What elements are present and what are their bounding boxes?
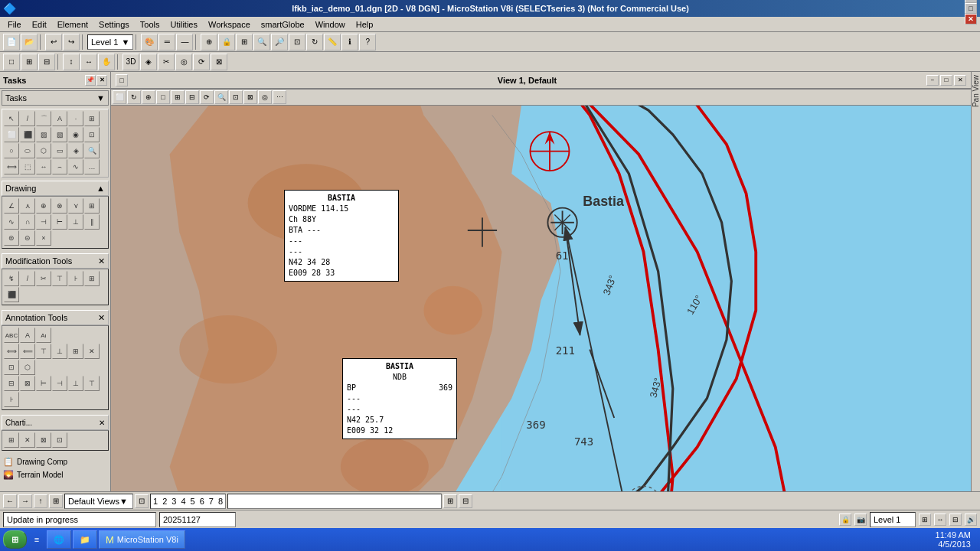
a-btn-1[interactable]: ABC	[4, 328, 19, 343]
menu-item-utilities[interactable]: Utilities	[166, 19, 202, 30]
page-6[interactable]: 6	[198, 497, 207, 506]
vt-btn-5[interactable]: ⊞	[171, 90, 185, 104]
cmd-btn-1[interactable]: ⊞	[443, 494, 457, 508]
redo-button[interactable]: ↪	[63, 34, 80, 51]
a-btn-11[interactable]: ⬡	[20, 360, 35, 375]
a-btn-18[interactable]: ⊦	[4, 392, 19, 407]
d-btn-10[interactable]: ⊢	[52, 214, 67, 230]
nav-btn-4[interactable]: ⊞	[49, 494, 63, 508]
dimension-tool[interactable]: ⟺	[4, 159, 19, 174]
new-button[interactable]: 📄	[3, 34, 20, 51]
taskbar-explorer[interactable]: 📁	[73, 530, 97, 549]
detail-tool[interactable]: 🔍	[84, 143, 100, 158]
m-btn-1[interactable]: ↯	[4, 271, 19, 286]
a-btn-5[interactable]: ⟸	[20, 344, 35, 359]
vt-btn-12[interactable]: ⋯	[273, 90, 286, 104]
nav-btn-3[interactable]: ↑	[34, 494, 47, 508]
status-btn-3[interactable]: ⊞	[919, 514, 931, 526]
command-input[interactable]	[227, 494, 442, 509]
info-button[interactable]: ℹ	[341, 34, 358, 51]
place-line[interactable]: /	[20, 111, 35, 126]
page-3[interactable]: 3	[169, 497, 178, 506]
a-btn-14[interactable]: ⊢	[36, 376, 51, 391]
place-arc[interactable]: ⌒	[36, 111, 51, 126]
view-btn-5[interactable]: ↔	[80, 54, 97, 70]
d-btn-15[interactable]: ×	[36, 230, 51, 246]
tasks-close[interactable]: ✕	[96, 75, 107, 86]
snap-button[interactable]: ⊕	[201, 34, 217, 51]
maximize-button[interactable]: □	[965, 3, 977, 14]
d-btn-2[interactable]: ⋏	[20, 198, 35, 214]
place-curve[interactable]: ⌢	[52, 159, 67, 174]
d-btn-3[interactable]: ⊕	[36, 198, 51, 214]
a-btn-9[interactable]: ✕	[84, 344, 100, 359]
drawing-section-header[interactable]: Drawing ▲	[2, 181, 109, 196]
place-poly[interactable]: ⬡	[36, 143, 51, 158]
vt-btn-4[interactable]: □	[156, 90, 170, 104]
fence-tool[interactable]: ⬜	[4, 127, 19, 142]
level-dropdown[interactable]: Level 1 ▼	[87, 34, 133, 50]
zoom-in[interactable]: 🔍	[253, 34, 270, 51]
place-rect[interactable]: ▭	[52, 143, 67, 158]
display-button[interactable]: ◎	[175, 54, 192, 70]
close-button[interactable]: ✕	[965, 14, 977, 24]
place-bspline[interactable]: ∿	[68, 159, 83, 174]
chart-btn-2[interactable]: ✕	[20, 432, 35, 448]
place-cell[interactable]: ⊞	[84, 111, 100, 126]
undo-button[interactable]: ↩	[45, 34, 62, 51]
vt-btn-11[interactable]: ◎	[258, 90, 272, 104]
rotate-button[interactable]: ↻	[306, 34, 323, 51]
help-button[interactable]: ?	[359, 34, 376, 51]
status-btn-4[interactable]: ↔	[934, 514, 946, 526]
vt-btn-8[interactable]: 🔍	[214, 90, 228, 104]
a-btn-13[interactable]: ⊠	[20, 376, 35, 391]
d-btn-6[interactable]: ⊞	[84, 198, 100, 214]
modification-tools-header[interactable]: Modification Tools ✕	[2, 253, 109, 269]
chart-btn-3[interactable]: ⊠	[36, 432, 51, 448]
window-button[interactable]: ⊠	[211, 54, 227, 70]
d-btn-5[interactable]: ⋎	[68, 198, 83, 214]
d-btn-4[interactable]: ⊗	[52, 198, 67, 214]
a-btn-10[interactable]: ⊡	[4, 360, 19, 375]
pattern-tool[interactable]: ▧	[52, 127, 67, 142]
view-btn-1[interactable]: □	[3, 54, 20, 70]
render-button[interactable]: ◈	[140, 54, 157, 70]
status-btn-1[interactable]: 🔒	[839, 514, 851, 526]
charting-section-header[interactable]: Charti... ✕	[2, 415, 109, 430]
vt-btn-1[interactable]: ⬜	[113, 90, 126, 104]
more-tools[interactable]: …	[84, 159, 100, 174]
m-btn-6[interactable]: ⊞	[84, 271, 100, 286]
m-btn-5[interactable]: ⊦	[68, 271, 83, 286]
clip-button[interactable]: ✂	[158, 54, 175, 70]
page-8[interactable]: 8	[216, 497, 225, 506]
nav-btn-2[interactable]: →	[18, 494, 32, 508]
menu-item-smartglobe[interactable]: smartGlobe	[256, 19, 309, 30]
zoom-out[interactable]: 🔎	[271, 34, 288, 51]
fit-button[interactable]: ⊡	[289, 34, 305, 51]
view-close[interactable]: ✕	[954, 75, 966, 86]
d-btn-8[interactable]: ∩	[20, 214, 35, 230]
taskbar-microstation[interactable]: M MicroStation V8i	[99, 530, 185, 549]
lock-button[interactable]: 🔒	[218, 34, 235, 51]
chart-btn-1[interactable]: ⊞	[4, 432, 19, 448]
chart-close[interactable]: ✕	[99, 419, 105, 427]
a-btn-15[interactable]: ⊣	[52, 376, 67, 391]
cmd-btn-2[interactable]: ⊟	[459, 494, 472, 508]
start-button[interactable]: ⊞	[3, 530, 27, 549]
open-button[interactable]: 📂	[21, 34, 38, 51]
a-btn-6[interactable]: ⊤	[36, 344, 51, 359]
view-btn-3[interactable]: ⊟	[38, 54, 55, 70]
a-btn-3[interactable]: Aı	[36, 328, 51, 343]
a-btn-17[interactable]: ⊤	[84, 376, 100, 391]
m-btn-2[interactable]: /	[20, 271, 35, 286]
page-4[interactable]: 4	[178, 497, 188, 506]
chart-btn-4[interactable]: ⊡	[52, 432, 67, 448]
a-btn-12[interactable]: ⊟	[4, 376, 19, 391]
status-btn-2[interactable]: 📷	[854, 514, 867, 526]
d-btn-1[interactable]: ∠	[4, 198, 19, 214]
m-btn-3[interactable]: ✂	[36, 271, 51, 286]
line-weight[interactable]: ═	[158, 34, 175, 51]
vt-btn-9[interactable]: ⊡	[229, 90, 243, 104]
page-2[interactable]: 2	[160, 497, 169, 506]
select-tool[interactable]: ↖	[4, 111, 19, 126]
